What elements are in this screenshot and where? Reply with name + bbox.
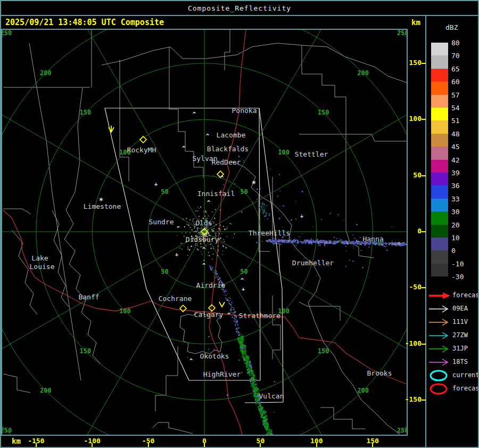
city-label-vulcan: Vulcan (259, 392, 284, 400)
radar-center-echo (203, 231, 205, 233)
ring-label: 150 (318, 109, 329, 116)
bottom-axis-tick (316, 443, 317, 447)
right-axis-tick (422, 175, 426, 176)
ring-label: 200 (40, 69, 52, 77)
city-label-lacombe: Lacombe (217, 131, 246, 139)
colorbar-level-label: 10 (451, 234, 475, 242)
title-separator (1, 15, 478, 16)
colorbar-block (431, 69, 448, 82)
31jp-arrow-icon (428, 345, 451, 353)
bottom-axis-unit-label: km (12, 437, 21, 445)
town-star-icon: * (252, 179, 256, 188)
city-label-didsbury: Didsbury (186, 235, 219, 243)
bottom-axis-tick (204, 443, 205, 447)
09ea-arrow-icon (428, 305, 451, 313)
town-caret-icon: ^ (182, 145, 186, 152)
ring-label: 150 (318, 347, 329, 355)
ring-label: 100 (278, 149, 290, 156)
city-label-threehills: ThreeHills (249, 229, 290, 237)
city-label-stettler: Stettler (295, 150, 328, 158)
radar-app-window: Composite_Reflectivity 2025/09/21 13:48:… (0, 0, 479, 448)
colorbar-level-label: 65 (451, 65, 475, 73)
ring-label: 250 (397, 427, 407, 434)
colorbar-level-label: 70 (451, 52, 475, 60)
city-labels: PonokaLacombeBlackfaldsSylvanRedDeerRock… (30, 107, 392, 400)
title-bar: Composite_Reflectivity (1, 1, 478, 15)
ring-label: 100 (119, 307, 131, 315)
ring-label: 250 (2, 427, 12, 434)
legend-label: 27ZW (452, 331, 468, 339)
right-axis-label: -150 (400, 395, 422, 403)
colorbar-level-label: 33 (451, 195, 475, 203)
track-arrow-icon-111v (428, 318, 451, 329)
colorbar-level-label: 54 (451, 104, 475, 112)
colorbar-block (431, 108, 448, 120)
legend-label: forecast (452, 385, 479, 392)
right-axis-tick (422, 400, 426, 401)
colorbar-level-label: 60 (451, 78, 475, 86)
colorbar-block (431, 250, 448, 263)
legend-label: 31JP (452, 345, 468, 352)
ring-label: 150 (80, 347, 92, 355)
right-axis-tick (422, 287, 426, 288)
city-label-sundre: Sundre (149, 218, 174, 226)
city-label-cochrane: Cochrane (159, 295, 192, 303)
colorbar-block (431, 238, 448, 250)
city-label-drumheller: Drumheller (292, 259, 334, 267)
storm-arrow-icon (219, 302, 225, 307)
city-label-banff: Banff (78, 293, 99, 301)
ring-label: 200 (40, 387, 52, 394)
colorbar-level-label: 42 (451, 156, 475, 164)
colorbar-block (431, 185, 448, 198)
right-axis-label: -50 (400, 283, 422, 291)
colorbar-level-label: 51 (451, 117, 475, 125)
ring-label: 50 (240, 188, 247, 196)
city-label-highriver: HighRiver (203, 370, 241, 378)
forecast-ellipse-icon (428, 382, 451, 397)
town-caret-icon: ^ (207, 199, 211, 206)
colorbar-level-label: 80 (451, 39, 475, 47)
radar-map-canvas[interactable]: 5050505010010010010015015015015020020020… (2, 30, 407, 435)
city-label-olds: Olds (195, 219, 212, 227)
town-plus-icon: + (300, 213, 303, 219)
town-caret-icon: ^ (220, 175, 224, 182)
colorbar-block (431, 173, 448, 185)
legend-label: current (452, 371, 479, 379)
colorbar-block (431, 225, 448, 238)
city-label-calgary: Calgary (194, 311, 224, 319)
colorbar-block (431, 146, 448, 159)
colorbar-block (431, 43, 448, 55)
18ts-arrow-icon (428, 358, 451, 366)
colorbar-level-label: 36 (451, 182, 475, 190)
ring-label: 200 (357, 69, 369, 77)
colorbar-block (431, 82, 448, 94)
city-label-rockymh: RockyMH (127, 146, 156, 154)
radar-site-diamond-icon (180, 305, 186, 312)
town-caret-icon: ^ (227, 312, 231, 319)
colorbar-level-label: 30 (451, 208, 475, 216)
ring-label: 250 (2, 30, 12, 37)
111v-arrow-icon (428, 318, 451, 327)
bottom-axis-tick (148, 443, 149, 447)
ring-label: 50 (240, 268, 247, 275)
colorbar-level-label: 45 (451, 143, 475, 151)
legend-label: 111V (452, 318, 468, 325)
right-axis-tick (422, 63, 426, 64)
town-plus-icon: + (242, 286, 245, 292)
city-label-brooks: Brooks (367, 369, 392, 377)
right-axis-tick (422, 119, 426, 120)
right-axis-label: 50 (400, 171, 422, 179)
forecast-arrow-icon (428, 291, 451, 300)
colorbar-block (431, 160, 448, 173)
track-arrow-icon-09ea (428, 305, 451, 315)
right-axis-tick (422, 344, 426, 345)
colorbar-level-label: 48 (451, 130, 475, 138)
colorbar-level-label: -30 (451, 273, 475, 281)
ring-label: 50 (161, 188, 168, 196)
town-caret-icon: ^ (241, 277, 244, 284)
colorbar-level-label: -10 (451, 260, 475, 268)
colorbar-block (431, 95, 448, 108)
legend-label: 09EA (452, 305, 468, 312)
colorbar-level-label: 0 (451, 247, 475, 255)
town-plus-icon: + (175, 251, 178, 257)
